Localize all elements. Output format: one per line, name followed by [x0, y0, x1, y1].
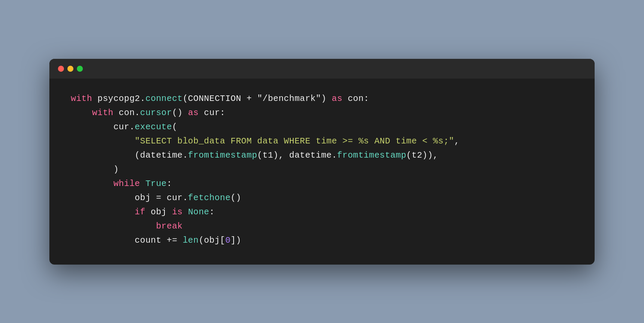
method-cursor: cursor [140, 108, 172, 118]
code-line-10: break [71, 219, 573, 233]
keyword-as: as [332, 94, 343, 104]
builtin-len: len [182, 235, 198, 245]
code-line-2: with con.cursor() as cur: [71, 106, 573, 120]
code-line-9: if obj is None: [71, 205, 573, 219]
code-window: with psycopg2.connect(CONNECTION + "/ben… [49, 59, 595, 265]
title-bar [49, 59, 595, 79]
code-line-8: obj = cur.fetchone() [71, 191, 573, 205]
keyword-as-2: as [188, 108, 199, 118]
code-line-11: count += len(obj[0]) [71, 233, 573, 247]
method-execute: execute [135, 122, 172, 132]
code-line-6: ) [71, 162, 573, 177]
keyword-while: while [113, 179, 140, 189]
method-fromtimestamp-2: fromtimestamp [337, 150, 406, 160]
keyword-with-2: with [92, 108, 114, 118]
value-none: None [188, 207, 210, 217]
method-connect: connect [146, 94, 183, 104]
code-line-3: cur.execute( [71, 120, 573, 134]
keyword-is: is [172, 207, 183, 217]
maximize-button[interactable] [77, 66, 83, 72]
method-fetchone: fetchone [188, 193, 231, 203]
keyword-break: break [156, 221, 182, 231]
code-editor: with psycopg2.connect(CONNECTION + "/ben… [49, 79, 595, 265]
code-line-7: while True: [71, 177, 573, 191]
value-true: True [146, 179, 167, 189]
string-select: "SELECT blob_data FROM data WHERE time >… [71, 136, 454, 146]
keyword-if: if [135, 207, 146, 217]
code-line-4: "SELECT blob_data FROM data WHERE time >… [71, 134, 573, 148]
code-line-5: (datetime.fromtimestamp(t1), datetime.fr… [71, 148, 573, 162]
close-button[interactable] [58, 66, 64, 72]
keyword-with: with [71, 94, 92, 104]
minimize-button[interactable] [67, 66, 73, 72]
method-fromtimestamp-1: fromtimestamp [188, 150, 257, 160]
number-0: 0 [225, 235, 231, 245]
code-line-1: with psycopg2.connect(CONNECTION + "/ben… [71, 91, 573, 106]
